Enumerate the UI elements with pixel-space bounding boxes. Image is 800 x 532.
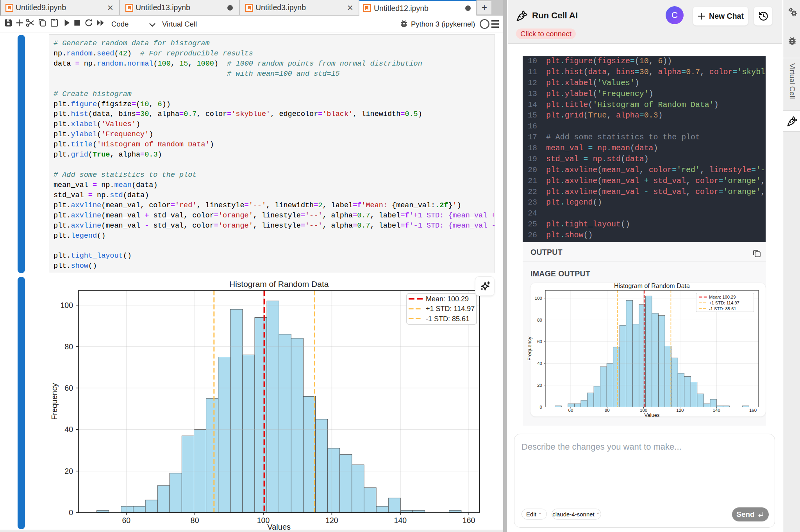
svg-text:140: 140 <box>394 516 407 525</box>
svg-text:-1 STD: 85.61: -1 STD: 85.61 <box>426 315 470 323</box>
svg-text:+1 STD: 114.97: +1 STD: 114.97 <box>426 305 475 313</box>
svg-text:80: 80 <box>64 342 73 351</box>
svg-text:Histogram of Random Data: Histogram of Random Data <box>229 279 329 288</box>
svg-text:40: 40 <box>64 425 73 434</box>
svg-text:100: 100 <box>60 301 73 310</box>
svg-text:Frequency: Frequency <box>50 383 59 420</box>
svg-text:160: 160 <box>462 516 475 525</box>
svg-text:20: 20 <box>64 467 73 475</box>
svg-text:0: 0 <box>69 508 73 517</box>
svg-text:80: 80 <box>191 516 199 525</box>
svg-text:120: 120 <box>325 516 338 525</box>
svg-text:60: 60 <box>64 384 73 392</box>
svg-text:Mean: 100.29: Mean: 100.29 <box>426 295 469 303</box>
svg-text:60: 60 <box>122 516 130 525</box>
